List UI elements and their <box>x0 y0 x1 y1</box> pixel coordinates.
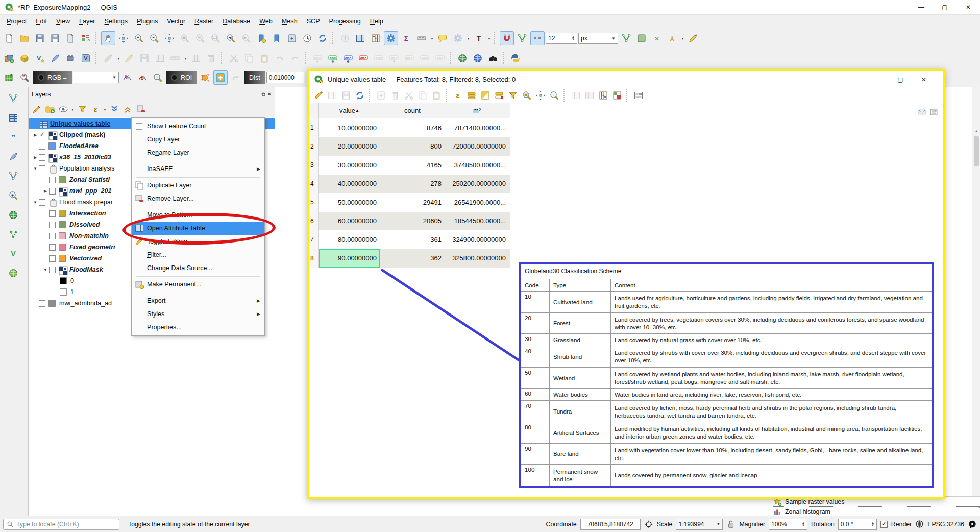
new-virtual-layer-icon[interactable]: V <box>79 51 93 65</box>
scp-preview-icon[interactable] <box>17 70 32 85</box>
table-row-6[interactable]: 660.000000002060518544500.0000... <box>309 212 510 231</box>
scp-scatter-plot-icon[interactable]: σ <box>135 70 150 85</box>
menu-settings[interactable]: Settings <box>100 16 133 27</box>
new-memory-layer-icon[interactable] <box>63 51 78 65</box>
coordinate-input[interactable]: 706815,8180742 <box>580 519 641 530</box>
cell[interactable]: 90.00000000 <box>319 249 380 268</box>
cell[interactable]: 278 <box>380 175 445 194</box>
layer-checkbox[interactable] <box>39 132 45 138</box>
open-project-icon[interactable] <box>17 31 32 45</box>
context-styles[interactable]: Styles▶ <box>132 307 264 321</box>
split-features-icon[interactable]: ✕ <box>650 31 664 45</box>
zoom-full-icon[interactable] <box>162 31 177 45</box>
dialog-maximize-button[interactable]: ▢ <box>889 72 912 87</box>
column-header-value[interactable]: value ▲ <box>319 103 380 118</box>
context-remove-layer-[interactable]: Remove Layer... <box>132 192 264 205</box>
metasearch-icon[interactable] <box>455 51 470 65</box>
current-edits-dropdown[interactable]: ▼ <box>116 51 121 65</box>
layer-checkbox[interactable] <box>49 244 56 251</box>
data-source-manager-icon[interactable] <box>2 51 16 65</box>
field-calculator-icon[interactable] <box>597 89 609 102</box>
locator-input[interactable]: Type to locate (Ctrl+K) <box>3 519 119 530</box>
cell[interactable]: 8746 <box>380 118 445 137</box>
cell[interactable]: 60.00000000 <box>319 212 380 231</box>
cell[interactable]: 20605 <box>380 212 445 231</box>
zoom-to-selection-dlg-icon[interactable]: ▣ <box>521 89 533 102</box>
close-panel-icon[interactable]: ✕ <box>267 91 272 98</box>
new-bookmark-icon[interactable] <box>254 31 268 45</box>
geo-panel-tool-icon[interactable] <box>6 265 21 281</box>
mail-view-icon[interactable] <box>918 108 926 116</box>
expander-closed-icon[interactable]: ▶ <box>32 155 39 160</box>
extents-icon[interactable] <box>644 520 653 529</box>
layer-checkbox[interactable] <box>49 210 56 217</box>
dialog-close-button[interactable]: ✕ <box>912 72 936 87</box>
reload-table-icon[interactable] <box>354 89 366 102</box>
lock-icon[interactable] <box>726 520 736 529</box>
tracing-icon[interactable] <box>530 31 545 45</box>
close-button[interactable]: ✕ <box>957 0 980 15</box>
snap-intersections-icon[interactable] <box>515 31 529 45</box>
cell[interactable]: 361 <box>380 230 445 249</box>
trim-extend-icon[interactable] <box>634 31 649 45</box>
cell[interactable]: 4165 <box>380 156 445 175</box>
reshape-features-icon[interactable] <box>686 31 700 45</box>
temporal-controller-icon[interactable] <box>300 31 314 45</box>
filter-form-icon[interactable] <box>507 89 519 102</box>
python-console-icon[interactable] <box>508 51 523 65</box>
column-header-count[interactable]: count <box>380 103 445 118</box>
column-header-m2[interactable]: m² <box>445 103 509 118</box>
cell[interactable]: 3748500.00000... <box>445 156 509 175</box>
zoom-shapes-tool-icon[interactable]: ◈ <box>6 188 21 203</box>
pan-to-selection-dlg-icon[interactable] <box>534 89 547 102</box>
cell[interactable]: 26541900.0000... <box>445 193 509 212</box>
raster-grid-tool-icon[interactable] <box>6 110 21 126</box>
font-unit-combo[interactable]: px▼ <box>578 33 618 44</box>
magnifier-spinbox[interactable]: 100%▲▼ <box>769 519 807 530</box>
statistical-summary-icon[interactable] <box>369 31 383 45</box>
layer-checkbox[interactable] <box>39 300 45 307</box>
scp-dist-input[interactable]: 0.010000 <box>266 72 304 83</box>
web-services-icon[interactable] <box>471 51 485 65</box>
layer-checkbox[interactable] <box>39 154 45 161</box>
cell[interactable]: 18544500.0000... <box>445 212 509 231</box>
expander-open-icon[interactable]: ▼ <box>42 268 49 272</box>
measure-icon[interactable] <box>414 31 429 45</box>
collapse-all-icon[interactable] <box>121 103 134 115</box>
expander-open-icon[interactable]: ▼ <box>32 200 39 205</box>
menu-processing[interactable]: Processing <box>325 16 365 27</box>
new-shapefile-layer-icon[interactable]: V <box>33 51 47 65</box>
deselect-all-icon[interactable] <box>493 89 505 102</box>
refresh-map-icon[interactable] <box>315 31 330 45</box>
dock-table-icon[interactable] <box>632 89 645 102</box>
cell[interactable]: 80.00000000 <box>319 230 380 249</box>
pin-labels-icon[interactable]: abc <box>341 51 355 65</box>
toggle-editing-icon[interactable] <box>312 89 325 102</box>
float-panel-icon[interactable]: ⧉ <box>261 91 265 98</box>
sum-features-icon[interactable]: Σ <box>399 31 413 45</box>
menu-help[interactable]: Help <box>365 16 388 27</box>
messages-icon[interactable] <box>968 520 977 529</box>
vector-green-tool-icon[interactable]: V <box>6 246 21 261</box>
menu-vector[interactable]: Vector <box>162 16 190 27</box>
expander-open-icon[interactable]: ▼ <box>32 166 39 171</box>
conditional-formatting-icon[interactable] <box>611 89 623 102</box>
layer-checkbox[interactable] <box>49 267 56 273</box>
digitizing-options-dropdown[interactable]: ▼ <box>183 51 188 65</box>
select-by-expression-icon[interactable]: ε <box>452 89 464 102</box>
new-map-view-icon[interactable]: + <box>285 31 299 45</box>
context-copy-layer[interactable]: Copy Layer <box>132 133 264 146</box>
cell[interactable]: 720000.00000000 <box>445 137 509 156</box>
select-all-icon[interactable] <box>465 89 478 102</box>
filter-legend-icon[interactable] <box>76 103 88 115</box>
table-row-5[interactable]: 550.000000002949126541900.0000... <box>309 193 510 212</box>
scp-dock-icon[interactable] <box>2 70 16 85</box>
offset-curve-dropdown[interactable]: ▼ <box>680 31 685 45</box>
layer-checkbox[interactable] <box>49 188 56 195</box>
expander-closed-icon[interactable]: ▶ <box>42 189 49 194</box>
cell[interactable]: 324900.00000000 <box>445 230 509 249</box>
table-row-3[interactable]: 330.0000000041653748500.00000... <box>309 156 510 175</box>
cell[interactable]: 29491 <box>380 193 445 212</box>
filter-expression-icon[interactable]: ε <box>89 103 102 115</box>
cell[interactable]: 10.00000000 <box>319 118 380 137</box>
